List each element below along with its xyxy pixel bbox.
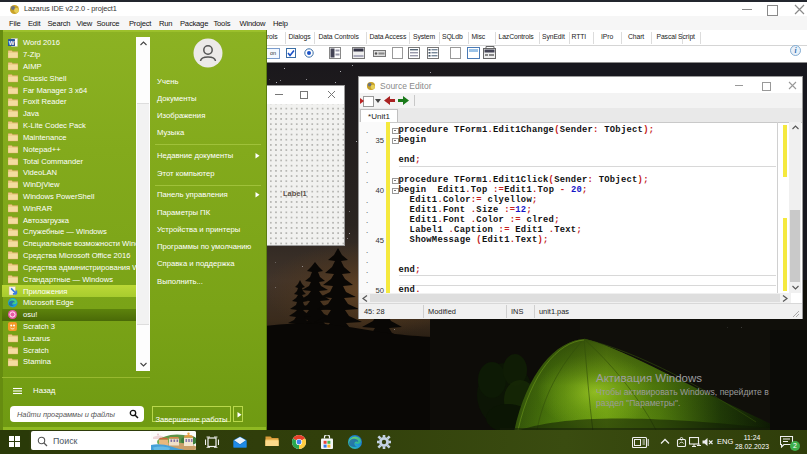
svg-text:W: W: [9, 40, 15, 46]
